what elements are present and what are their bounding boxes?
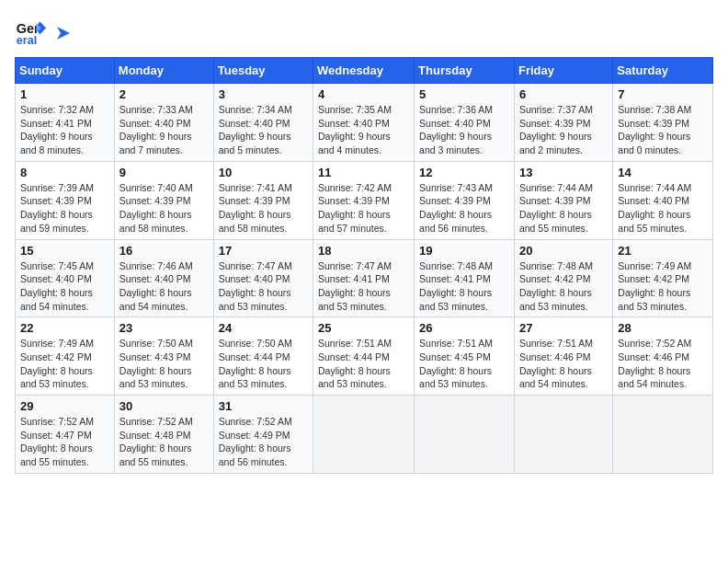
day-number: 19 [419, 244, 509, 258]
weekday-header-sunday: Sunday [16, 58, 115, 84]
calendar-cell: 25 Sunrise: 7:51 AM Sunset: 4:44 PM Dayl… [313, 317, 415, 396]
day-number: 29 [20, 399, 109, 413]
day-number: 10 [219, 166, 308, 179]
calendar-cell: 11 Sunrise: 7:42 AM Sunset: 4:39 PM Dayl… [313, 161, 415, 239]
day-number: 17 [219, 244, 308, 258]
svg-text:eral: eral [17, 34, 37, 47]
day-number: 27 [519, 321, 608, 335]
weekday-header-friday: Friday [514, 58, 612, 84]
day-info: Sunrise: 7:47 AM Sunset: 4:40 PM Dayligh… [219, 259, 308, 314]
day-info: Sunrise: 7:50 AM Sunset: 4:43 PM Dayligh… [119, 337, 209, 391]
calendar-cell: 10 Sunrise: 7:41 AM Sunset: 4:39 PM Dayl… [213, 161, 313, 239]
calendar-cell: 21 Sunrise: 7:49 AM Sunset: 4:42 PM Dayl… [613, 239, 713, 317]
weekday-header-thursday: Thursday [415, 58, 515, 84]
calendar-cell: 1 Sunrise: 7:32 AM Sunset: 4:41 PM Dayli… [16, 84, 115, 162]
day-number: 3 [219, 87, 308, 101]
day-number: 8 [20, 166, 109, 179]
calendar-cell: 23 Sunrise: 7:50 AM Sunset: 4:43 PM Dayl… [114, 317, 213, 396]
weekday-header-monday: Monday [114, 58, 213, 84]
day-info: Sunrise: 7:43 AM Sunset: 4:39 PM Dayligh… [419, 181, 509, 236]
calendar-header-row: SundayMondayTuesdayWednesdayThursdayFrid… [16, 58, 713, 84]
calendar-cell [613, 396, 713, 474]
day-info: Sunrise: 7:52 AM Sunset: 4:47 PM Dayligh… [20, 415, 109, 469]
day-info: Sunrise: 7:36 AM Sunset: 4:40 PM Dayligh… [419, 103, 509, 157]
day-info: Sunrise: 7:33 AM Sunset: 4:40 PM Dayligh… [119, 103, 209, 157]
day-number: 11 [318, 166, 409, 179]
day-info: Sunrise: 7:49 AM Sunset: 4:42 PM Dayligh… [618, 259, 708, 314]
calendar-cell: 9 Sunrise: 7:40 AM Sunset: 4:39 PM Dayli… [114, 161, 213, 239]
day-number: 14 [618, 166, 708, 179]
day-number: 9 [119, 166, 209, 179]
day-info: Sunrise: 7:40 AM Sunset: 4:39 PM Dayligh… [119, 181, 209, 236]
day-number: 4 [318, 87, 409, 101]
calendar-cell [514, 396, 612, 474]
day-number: 22 [20, 321, 109, 335]
calendar-cell: 14 Sunrise: 7:44 AM Sunset: 4:40 PM Dayl… [613, 161, 713, 239]
day-number: 25 [318, 321, 409, 335]
day-number: 15 [20, 244, 109, 258]
day-info: Sunrise: 7:44 AM Sunset: 4:39 PM Dayligh… [519, 181, 608, 236]
day-number: 21 [618, 244, 708, 258]
day-info: Sunrise: 7:38 AM Sunset: 4:39 PM Dayligh… [618, 103, 708, 157]
calendar-cell: 15 Sunrise: 7:45 AM Sunset: 4:40 PM Dayl… [16, 239, 115, 317]
day-info: Sunrise: 7:49 AM Sunset: 4:42 PM Dayligh… [20, 337, 109, 391]
calendar-cell: 27 Sunrise: 7:51 AM Sunset: 4:46 PM Dayl… [514, 317, 612, 396]
day-number: 24 [219, 321, 308, 335]
calendar-cell: 8 Sunrise: 7:39 AM Sunset: 4:39 PM Dayli… [16, 161, 115, 239]
calendar-cell: 5 Sunrise: 7:36 AM Sunset: 4:40 PM Dayli… [415, 84, 515, 162]
calendar-cell: 31 Sunrise: 7:52 AM Sunset: 4:49 PM Dayl… [213, 396, 313, 474]
calendar-cell: 30 Sunrise: 7:52 AM Sunset: 4:48 PM Dayl… [114, 396, 213, 474]
day-number: 18 [318, 244, 409, 258]
day-info: Sunrise: 7:39 AM Sunset: 4:39 PM Dayligh… [20, 181, 109, 236]
calendar-week-row: 1 Sunrise: 7:32 AM Sunset: 4:41 PM Dayli… [16, 84, 713, 162]
calendar-table: SundayMondayTuesdayWednesdayThursdayFrid… [15, 57, 713, 474]
calendar-cell: 18 Sunrise: 7:47 AM Sunset: 4:41 PM Dayl… [313, 239, 415, 317]
calendar-cell [313, 396, 415, 474]
day-info: Sunrise: 7:51 AM Sunset: 4:45 PM Dayligh… [419, 337, 509, 391]
day-info: Sunrise: 7:51 AM Sunset: 4:44 PM Dayligh… [318, 337, 409, 391]
page-header: Gen eral [15, 15, 713, 48]
day-info: Sunrise: 7:41 AM Sunset: 4:39 PM Dayligh… [219, 181, 308, 236]
day-number: 6 [519, 87, 608, 101]
weekday-header-tuesday: Tuesday [213, 58, 313, 84]
day-number: 23 [119, 321, 209, 335]
day-number: 7 [618, 87, 708, 101]
day-number: 13 [519, 166, 608, 179]
svg-marker-4 [57, 27, 70, 40]
day-number: 31 [219, 399, 308, 413]
day-info: Sunrise: 7:47 AM Sunset: 4:41 PM Dayligh… [318, 259, 409, 314]
day-info: Sunrise: 7:52 AM Sunset: 4:48 PM Dayligh… [119, 415, 209, 469]
calendar-cell: 19 Sunrise: 7:48 AM Sunset: 4:41 PM Dayl… [415, 239, 515, 317]
calendar-cell: 3 Sunrise: 7:34 AM Sunset: 4:40 PM Dayli… [213, 84, 313, 162]
day-info: Sunrise: 7:52 AM Sunset: 4:49 PM Dayligh… [219, 415, 308, 469]
day-number: 12 [419, 166, 509, 179]
day-info: Sunrise: 7:32 AM Sunset: 4:41 PM Dayligh… [20, 103, 109, 157]
day-info: Sunrise: 7:35 AM Sunset: 4:40 PM Dayligh… [318, 103, 409, 157]
day-number: 26 [419, 321, 509, 335]
day-number: 1 [20, 87, 109, 101]
day-number: 20 [519, 244, 608, 258]
calendar-body: 1 Sunrise: 7:32 AM Sunset: 4:41 PM Dayli… [16, 84, 713, 474]
day-info: Sunrise: 7:48 AM Sunset: 4:41 PM Dayligh… [419, 259, 509, 314]
day-info: Sunrise: 7:52 AM Sunset: 4:46 PM Dayligh… [618, 337, 708, 391]
calendar-cell: 7 Sunrise: 7:38 AM Sunset: 4:39 PM Dayli… [613, 84, 713, 162]
weekday-header-saturday: Saturday [613, 58, 713, 84]
calendar-cell: 28 Sunrise: 7:52 AM Sunset: 4:46 PM Dayl… [613, 317, 713, 396]
calendar-week-row: 22 Sunrise: 7:49 AM Sunset: 4:42 PM Dayl… [16, 317, 713, 396]
calendar-cell: 17 Sunrise: 7:47 AM Sunset: 4:40 PM Dayl… [213, 239, 313, 317]
day-info: Sunrise: 7:34 AM Sunset: 4:40 PM Dayligh… [219, 103, 308, 157]
day-info: Sunrise: 7:45 AM Sunset: 4:40 PM Dayligh… [20, 259, 109, 314]
calendar-cell [415, 396, 515, 474]
calendar-cell: 13 Sunrise: 7:44 AM Sunset: 4:39 PM Dayl… [514, 161, 612, 239]
weekday-header-wednesday: Wednesday [313, 58, 415, 84]
calendar-cell: 26 Sunrise: 7:51 AM Sunset: 4:45 PM Dayl… [415, 317, 515, 396]
day-number: 2 [119, 87, 209, 101]
logo-icon: Gen eral [15, 15, 48, 48]
calendar-cell: 24 Sunrise: 7:50 AM Sunset: 4:44 PM Dayl… [213, 317, 313, 396]
day-info: Sunrise: 7:44 AM Sunset: 4:40 PM Dayligh… [618, 181, 708, 236]
calendar-cell: 22 Sunrise: 7:49 AM Sunset: 4:42 PM Dayl… [16, 317, 115, 396]
calendar-cell: 4 Sunrise: 7:35 AM Sunset: 4:40 PM Dayli… [313, 84, 415, 162]
day-info: Sunrise: 7:50 AM Sunset: 4:44 PM Dayligh… [219, 337, 308, 391]
calendar-cell: 16 Sunrise: 7:46 AM Sunset: 4:40 PM Dayl… [114, 239, 213, 317]
logo-arrow-icon [53, 23, 74, 43]
